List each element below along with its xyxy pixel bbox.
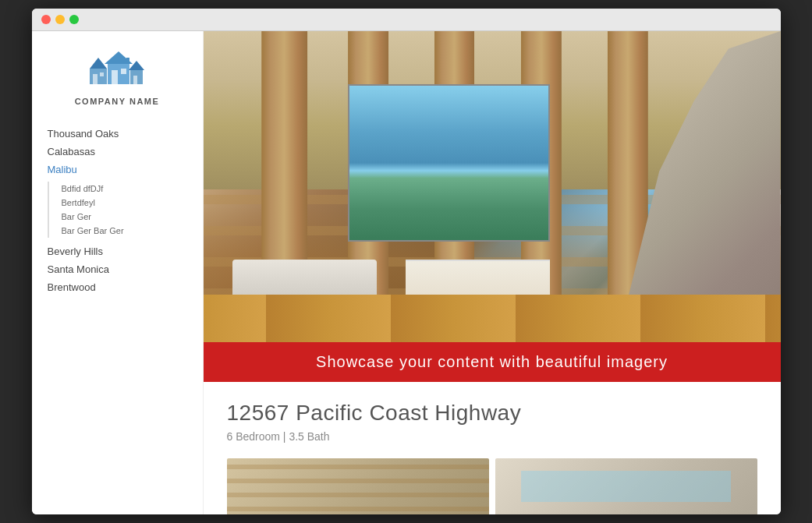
company-name-label: COMPANY NAME bbox=[75, 97, 160, 106]
minimize-dot[interactable] bbox=[55, 15, 65, 24]
hero-banner-text: Showcase your content with beautiful ima… bbox=[316, 353, 668, 370]
thumbnail-row bbox=[204, 458, 781, 514]
browser-window: COMPANY NAME Thousand Oaks Calabasas Mal… bbox=[32, 9, 781, 514]
property-address: 12567 Pacific Coast Highway bbox=[227, 401, 757, 426]
room-scene bbox=[204, 31, 781, 382]
main-content: Showcase your content with beautiful ima… bbox=[204, 31, 781, 514]
sidebar-sub-nav: Bdfid dfDJf Bertdfeyl Bar Ger Bar Ger Ba… bbox=[48, 182, 203, 238]
sidebar: COMPANY NAME Thousand Oaks Calabasas Mal… bbox=[32, 31, 204, 514]
sidebar-item-brentwood[interactable]: Brentwood bbox=[48, 278, 203, 296]
browser-chrome bbox=[32, 9, 781, 31]
property-info: 12567 Pacific Coast Highway 6 Bedroom | … bbox=[204, 382, 781, 458]
logo-area: COMPANY NAME bbox=[48, 47, 203, 106]
company-logo bbox=[86, 47, 148, 94]
ocean-window bbox=[348, 84, 550, 242]
svg-rect-8 bbox=[126, 58, 129, 64]
svg-rect-11 bbox=[133, 76, 137, 84]
thumbnail-1[interactable] bbox=[227, 458, 489, 514]
sidebar-item-thousand-oaks[interactable]: Thousand Oaks bbox=[48, 125, 203, 143]
svg-rect-2 bbox=[93, 74, 98, 84]
sidebar-nav: Thousand Oaks Calabasas Malibu Bdfid dfD… bbox=[48, 125, 203, 296]
property-details: 6 Bedroom | 3.5 Bath bbox=[227, 430, 757, 443]
sidebar-item-santa-monica[interactable]: Santa Monica bbox=[48, 260, 203, 278]
maximize-dot[interactable] bbox=[69, 15, 79, 24]
svg-marker-1 bbox=[90, 58, 107, 69]
svg-rect-0 bbox=[90, 69, 107, 84]
svg-rect-7 bbox=[121, 69, 126, 74]
sidebar-item-calabasas[interactable]: Calabasas bbox=[48, 143, 203, 161]
sidebar-sub-item-3[interactable]: Bar Ger bbox=[62, 210, 203, 224]
sidebar-sub-item-1[interactable]: Bdfid dfDJf bbox=[62, 182, 203, 196]
sidebar-item-beverly-hills[interactable]: Beverly Hills bbox=[48, 242, 203, 260]
close-dot[interactable] bbox=[41, 15, 51, 24]
sidebar-item-malibu[interactable]: Malibu bbox=[48, 161, 203, 178]
thumbnail-2[interactable] bbox=[495, 458, 757, 514]
page-layout: COMPANY NAME Thousand Oaks Calabasas Mal… bbox=[32, 31, 781, 514]
svg-rect-3 bbox=[100, 72, 104, 76]
svg-rect-6 bbox=[112, 70, 118, 84]
sidebar-sub-item-2[interactable]: Bertdfeyl bbox=[62, 196, 203, 210]
hero-image: Showcase your content with beautiful ima… bbox=[204, 31, 781, 382]
svg-marker-10 bbox=[129, 61, 144, 70]
sidebar-sub-item-4[interactable]: Bar Ger Bar Ger bbox=[62, 224, 203, 238]
hero-banner: Showcase your content with beautiful ima… bbox=[204, 342, 781, 382]
